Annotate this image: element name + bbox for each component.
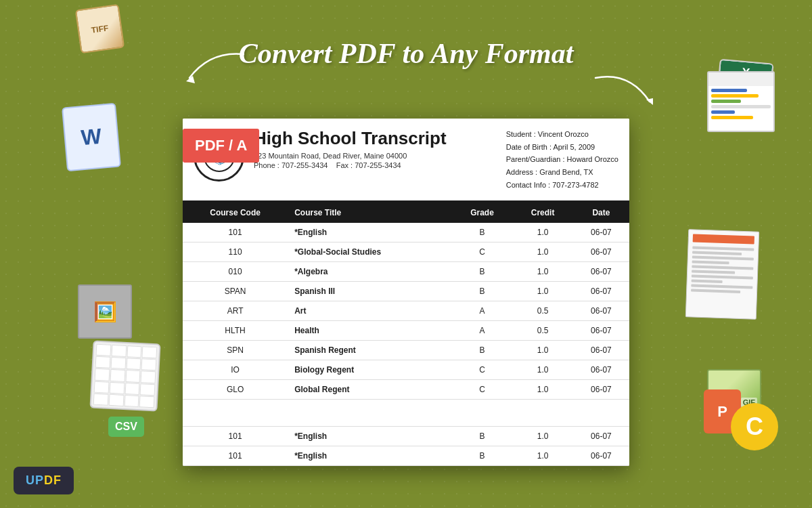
- col-credit: Credit: [512, 203, 573, 223]
- table-row: 010*AlgebraB1.006-07: [183, 262, 629, 282]
- table-row: 101*EnglishB1.006-07: [183, 427, 629, 446]
- tiff-icon: TIFF: [75, 4, 125, 54]
- transcript-table: Course Code Course Title Grade Credit Da…: [183, 203, 629, 466]
- transcript-title: High School Transcript: [254, 128, 497, 149]
- student-name: Student : Vincent Orozco: [506, 128, 618, 141]
- table-header-row: Course Code Course Title Grade Credit Da…: [183, 203, 629, 223]
- arrow-right: [582, 64, 663, 119]
- c-icon: C: [731, 403, 778, 450]
- word-icon: W: [62, 103, 121, 172]
- student-dob: Date of Birth : April 5, 2009: [506, 141, 618, 154]
- col-date: Date: [573, 203, 629, 223]
- left-sticker-icon: 🖼️: [78, 284, 132, 339]
- table-row: SPANSpanish IIIB1.006-07: [183, 282, 629, 301]
- student-address: Address : Grand Bend, TX: [506, 166, 618, 179]
- table-row: SPNSpanish RegentB1.006-07: [183, 341, 629, 360]
- table-row: GLOGlobal RegentC1.006-07: [183, 380, 629, 400]
- pdf-badge: PDF / A: [183, 129, 259, 163]
- col-grade: Grade: [452, 203, 513, 223]
- school-address: 123 Mountain Road, Dead River, Maine 040…: [254, 152, 497, 160]
- csv-icon: CSV: [108, 417, 144, 437]
- col-course-code: Course Code: [183, 203, 288, 223]
- table-row: 110*Global-Social StudiesC1.006-07: [183, 242, 629, 262]
- right-doc-icon: [685, 229, 759, 320]
- school-info: High School Transcript 123 Mountain Road…: [254, 128, 497, 171]
- student-info: Student : Vincent Orozco Date of Birth :…: [506, 128, 618, 191]
- transcript-document: ⭐ 📚 High School Transcript 123 Mountain …: [183, 119, 629, 466]
- table-body: 101*EnglishB1.006-07110*Global-Social St…: [183, 223, 629, 466]
- spreadsheet-icon: [89, 340, 160, 411]
- table-row: ARTArtA0.506-07: [183, 301, 629, 321]
- arrow-left: [176, 47, 257, 88]
- hero-title: Convert PDF to Any Format: [239, 37, 574, 70]
- table-row: 101*EnglishB1.006-07: [183, 223, 629, 242]
- table-row: [183, 400, 629, 427]
- col-course-title: Course Title: [288, 203, 452, 223]
- student-guardian: Parent/Guardian : Howard Orozco: [506, 153, 618, 166]
- updf-badge: UPDF: [14, 467, 74, 494]
- table-row: HLTHHealthA0.506-07: [183, 321, 629, 341]
- student-contact: Contact Info : 707-273-4782: [506, 179, 618, 192]
- table-row: IOBiology RegentC1.006-07: [183, 360, 629, 380]
- topright-doc-icon: [707, 71, 775, 132]
- table-row: 101*EnglishB1.006-07: [183, 446, 629, 466]
- school-phone-fax: Phone : 707-255-3434 Fax : 707-255-3434: [254, 161, 497, 169]
